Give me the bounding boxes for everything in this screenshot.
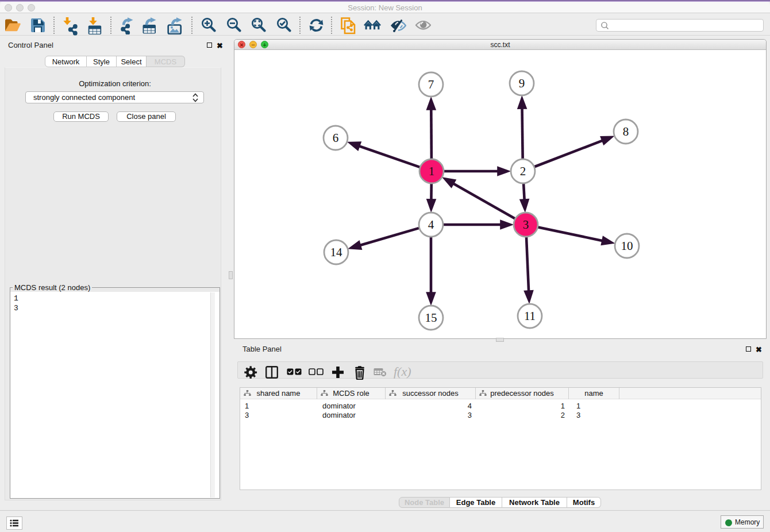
svg-text:7: 7 <box>428 78 434 91</box>
svg-text:1: 1 <box>429 164 435 178</box>
svg-text:2: 2 <box>520 164 526 178</box>
svg-text:15: 15 <box>425 311 437 325</box>
svg-text:4: 4 <box>428 218 434 232</box>
svg-text:3: 3 <box>523 218 529 232</box>
svg-text:6: 6 <box>333 131 339 145</box>
svg-text:8: 8 <box>623 125 629 138</box>
svg-text:9: 9 <box>519 76 525 90</box>
svg-text:11: 11 <box>524 309 536 323</box>
svg-text:10: 10 <box>621 239 633 253</box>
svg-text:14: 14 <box>330 245 343 259</box>
